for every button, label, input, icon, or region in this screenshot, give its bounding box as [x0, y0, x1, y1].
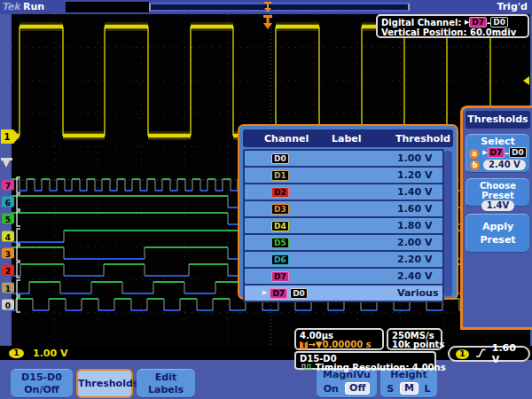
trigger-level-readout: 1 1.60 V: [448, 346, 530, 362]
magnivu-off-option[interactable]: Off: [345, 382, 370, 395]
threshold-value: 1.60 V: [397, 201, 432, 216]
thresholds-dialog: Channel Label Threshold D01.00 VD11.20 V…: [238, 124, 458, 300]
height-l-option[interactable]: L: [425, 383, 431, 395]
d15-button-line2: On/Off: [11, 384, 73, 396]
threshold-row[interactable]: D52.00 V: [245, 235, 442, 250]
edit-labels-line2: Labels: [137, 384, 195, 396]
channel-chip-d0: D0: [290, 288, 308, 299]
d15-button-line1: D15-D0: [11, 372, 73, 384]
height-m-option[interactable]: M: [400, 382, 419, 395]
threshold-row[interactable]: D21.40 V: [245, 184, 442, 200]
threshold-b-value: 2.40 V: [483, 160, 526, 170]
delay-arrow-icon: →▼: [308, 340, 322, 349]
acquisition-status: Run: [23, 1, 44, 12]
digital-channel-info-box: Digital Channel: ▶D7-D0 Vertical Positio…: [376, 14, 529, 38]
selection-arrow-icon: ▶: [262, 286, 267, 301]
svg-text:0: 0: [5, 301, 11, 310]
apply-label-line2: Preset: [466, 233, 529, 246]
rising-edge-icon: [475, 348, 486, 361]
apply-preset-button[interactable]: Apply Preset: [466, 214, 529, 253]
magnivu-on-option[interactable]: On: [324, 383, 339, 395]
info-line1-label: Digital Channel:: [381, 18, 465, 27]
column-header-label: Label: [332, 133, 395, 145]
record-view-bar: [149, 3, 410, 12]
digital-readout-box: D15-D0 Timing Resolution: 4.00ns: [294, 351, 436, 370]
delay-value: 0.00000 s: [323, 340, 372, 349]
threshold-value: 1.40 V: [397, 184, 432, 200]
threshold-value: 1.80 V: [397, 218, 432, 233]
knob-a-icon: a: [469, 149, 479, 159]
channel-chip-d2: D2: [271, 187, 289, 198]
threshold-row[interactable]: D62.20 V: [245, 252, 442, 267]
channel-chip-d7: D7: [488, 147, 505, 158]
threshold-row[interactable]: D41.80 V: [245, 218, 442, 233]
top-status-bar: Tek Run Trig'd: [0, 0, 532, 14]
channel-chip-d5: D5: [271, 238, 289, 248]
select-label: Select: [466, 136, 529, 147]
svg-text:3: 3: [5, 250, 11, 259]
thresholds-button[interactable]: Thresholds: [76, 369, 133, 398]
acquisition-readout-box: 250MS/s 10k points: [387, 328, 442, 350]
oscilloscope-screen: Tek Run Trig'd 765432101 Digital Channel…: [0, 0, 532, 399]
channel-chip-d0: D0: [509, 147, 527, 158]
knob-b-icon: b: [470, 160, 480, 170]
svg-text:6: 6: [5, 199, 11, 207]
column-header-channel: Channel: [243, 133, 332, 145]
threshold-row[interactable]: D11.20 V: [245, 168, 442, 183]
channel-chip-d6: D6: [271, 254, 289, 265]
svg-text:1: 1: [5, 285, 11, 293]
svg-text:1: 1: [4, 132, 11, 142]
d15-d0-on-off-button[interactable]: D15-D0 On/Off: [11, 369, 73, 398]
threshold-value: 2.00 V: [397, 235, 432, 250]
threshold-value: 2.40 V: [397, 269, 432, 284]
threshold-value: 1.00 V: [397, 151, 432, 166]
side-menu-title: Thresholds: [466, 111, 530, 129]
dialog-scrollbar: [444, 151, 452, 296]
edit-labels-button[interactable]: Edit Labels: [137, 369, 195, 398]
trigger-status: Trig'd: [497, 1, 528, 12]
horizontal-readout-box: 4.00µs T→▼0.00000 s: [294, 328, 384, 350]
edit-labels-line1: Edit: [137, 372, 195, 384]
threshold-value: Various: [397, 286, 438, 301]
threshold-value: 2.20 V: [397, 252, 432, 267]
info-line2: Vertical Position: 60.0mdiv: [381, 27, 524, 37]
channel-chip-d7: D7: [271, 271, 289, 282]
channel-chip-d1: D1: [271, 170, 289, 181]
ch1-scale-readout: 1 1.00 V: [9, 348, 67, 359]
height-s-option[interactable]: S: [387, 383, 394, 395]
threshold-row[interactable]: ▶D7D0Various: [245, 286, 442, 301]
ch1-scale-value: 1.00 V: [33, 348, 67, 359]
svg-text:4: 4: [5, 233, 11, 242]
trigger-level-value: 1.60 V: [492, 342, 522, 365]
choose-preset-label: Choose Preset: [466, 181, 529, 200]
trigger-source-badge: 1: [456, 349, 469, 359]
timing-resolution: Timing Resolution: 4.00ns: [315, 363, 445, 372]
channel-chip-d0: D0: [271, 153, 289, 164]
channel-chip-d4: D4: [271, 221, 289, 231]
acquisition-preview-area: [66, 2, 149, 12]
threshold-value: 1.20 V: [397, 168, 432, 183]
channel-chip-d3: D3: [271, 204, 289, 215]
channel-chip-d0: D0: [490, 17, 508, 27]
threshold-row[interactable]: D31.60 V: [245, 201, 442, 216]
dialog-header-row: Channel Label Threshold: [243, 129, 453, 147]
svg-text:5: 5: [5, 215, 11, 224]
svg-text:2: 2: [5, 267, 11, 276]
tek-logo: Tek: [2, 1, 20, 12]
apply-label-line1: Apply: [466, 220, 529, 233]
thresholds-side-menu: Thresholds Select a ▶D7-D0 b 2.40 V Choo…: [460, 106, 532, 330]
select-button[interactable]: Select a ▶D7-D0 b 2.40 V: [466, 134, 529, 173]
choose-preset-button[interactable]: Choose Preset 1.4V: [466, 178, 529, 207]
channel-chip-d7: D7: [469, 17, 487, 27]
threshold-rows: D01.00 VD11.20 VD21.40 VD31.60 VD41.80 V…: [243, 149, 444, 302]
ch1-badge: 1: [9, 348, 24, 358]
channel-chip-d7: D7: [270, 288, 287, 299]
threshold-row[interactable]: D72.40 V: [245, 269, 442, 284]
svg-text:7: 7: [5, 182, 11, 191]
preset-value: 1.4V: [481, 200, 514, 211]
threshold-row[interactable]: D01.00 V: [245, 151, 442, 166]
column-header-threshold: Threshold: [395, 133, 450, 145]
digital-wave-icon: [300, 363, 312, 372]
selection-arrow-icon: ▶: [482, 149, 487, 156]
record-length: 10k points: [392, 340, 437, 349]
